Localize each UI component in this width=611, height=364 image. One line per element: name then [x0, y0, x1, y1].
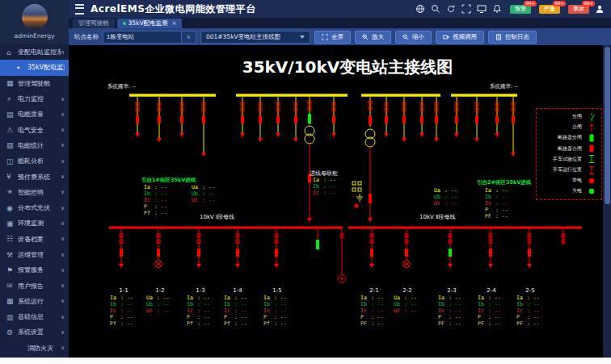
main-diagram-area: 35kV/10kV变电站主接线图系统频率: --系统频率: --引自1#街区35…: [69, 45, 603, 358]
chevron-down-icon: ∨: [61, 127, 65, 133]
sidebar-item-电气安全[interactable]: ⚠电气安全∨: [0, 122, 69, 137]
sidebar-item-系统运行[interactable]: ▩系统运行∨: [0, 294, 69, 309]
sidebar-item-label: 分布式光伏: [18, 203, 61, 212]
sidebar-item-能耗分析[interactable]: ◫能耗分析∨: [0, 153, 69, 169]
zoom-out-icon: [402, 34, 409, 40]
scrollbar-thumb[interactable]: [605, 47, 610, 204]
site-name-label: 站点名称: [74, 33, 99, 41]
feeder-block-2-1: 2-1Ia: --Ib: --Ic: --P: --PF: --: [360, 287, 388, 327]
maintenance-icon: ⚒: [6, 251, 18, 259]
search-icon[interactable]: [431, 4, 440, 14]
measurement-label: P: [478, 314, 488, 320]
tab-管理驾驶舱[interactable]: 管理驾驶舱: [73, 19, 115, 28]
feeder-name: 1-3: [187, 287, 214, 294]
sidebar-nav: ⌂变配电站监控系统∧•35kV配电监测▦管理驾驶舱⚡电力监控∨▤电能质量∨⚠电气…: [0, 44, 69, 356]
legend-label: 断路器合闸: [540, 145, 585, 153]
sidebar-item-环境监测[interactable]: ▣环境监测∨: [0, 215, 69, 231]
site-search-input[interactable]: [103, 31, 181, 43]
bustie-current-block: Ia: --Ib: --Ic: --: [313, 177, 336, 196]
avatar[interactable]: [22, 4, 48, 30]
measurement-value: --: [533, 308, 540, 314]
menu-icon[interactable]: [75, 4, 84, 15]
chevron-down-icon: ∨: [61, 96, 65, 103]
measurement-row: Ic: --: [360, 308, 388, 314]
measurement-value: --: [280, 308, 287, 314]
measurement-label: Pf: [144, 210, 154, 216]
measurement-value: --: [455, 320, 461, 327]
legend-row: 合闸: [540, 122, 598, 132]
toolbar: 站点名称 001#35kV变电站主接线图 全屏放大缩小视频调用控制日志: [69, 28, 611, 45]
legend-row: 失电: [540, 186, 598, 196]
handcart-run-symbol: [585, 165, 598, 175]
measurement-row: Ia: --: [485, 187, 508, 194]
measurement-value: --: [127, 301, 133, 308]
monitor-icon[interactable]: [477, 4, 487, 14]
sidebar-item-智能照明[interactable]: ☀智能照明∨: [0, 185, 69, 200]
globe-icon[interactable]: [415, 4, 425, 14]
measurement-value: --: [204, 320, 210, 327]
measurement-value: --: [127, 308, 133, 314]
chevron-down-icon: ∨: [61, 267, 65, 274]
放大-button[interactable]: 放大: [355, 31, 391, 44]
sidebar-item-基础信息[interactable]: ▥基础信息∨: [0, 309, 69, 324]
sidebar-item-运维管理[interactable]: ⚒运维管理∨: [0, 247, 69, 262]
measurement-label: Ub: [146, 301, 157, 308]
chevron-down-icon: ∨: [61, 298, 65, 304]
measurement-row: PF: --: [516, 320, 544, 327]
sidebar-item-系统设置[interactable]: ⚙系统设置∨: [0, 324, 69, 340]
measurement-label: Ib: [144, 190, 154, 197]
tab-close-icon[interactable]: ×: [172, 20, 177, 27]
缩小-button[interactable]: 缩小: [395, 31, 432, 44]
视频调用-button[interactable]: 视频调用: [436, 31, 484, 44]
sidebar-item-预付费系统[interactable]: ¥预付费系统∨: [0, 169, 69, 184]
sidebar-item-用户报告[interactable]: ✉用户报告∨: [0, 278, 69, 293]
sidebar-item-变配电站监控系统[interactable]: ⌂变配电站监控系统∧: [0, 44, 69, 60]
tab-35kV配电监测[interactable]: 35kV配电监测×: [117, 19, 183, 28]
measurement-label: Ic: [478, 308, 488, 314]
sidebar-item-分布式光伏[interactable]: ◉分布式光伏∨: [0, 200, 69, 215]
measurement-row: Ia: --: [360, 295, 388, 301]
measurement-label: Ua: [394, 295, 404, 301]
diagram-select[interactable]: 001#35kV变电站主接线图: [200, 31, 310, 44]
refresh-icon[interactable]: [446, 4, 456, 14]
sidebar-item-电能统计[interactable]: ▧电能统计∨: [0, 138, 69, 153]
measurement-row: Ia: --: [110, 295, 137, 301]
sidebar-item-35kV配电监测[interactable]: •35kV配电监测: [0, 60, 69, 75]
measurement-row: P: --: [516, 314, 544, 320]
measurement-value: --: [280, 314, 287, 320]
feeder-name: 1-1: [110, 287, 137, 294]
控制日志-button[interactable]: 控制日志: [488, 31, 537, 44]
measurement-row: Pf: --: [144, 210, 167, 216]
measurement-value: --: [502, 194, 508, 200]
alarm-badge[interactable]: 严重99+: [539, 5, 560, 14]
sidebar-item-label: 管理驾驶舱: [18, 79, 65, 88]
measurement-label: Ua: [434, 187, 445, 194]
sidebar-item-报警服务[interactable]: ⚑报警服务∨: [0, 262, 69, 278]
measurement-label: P: [263, 314, 274, 320]
measurement-row: P: --: [478, 314, 505, 320]
measurement-label: Ib: [313, 183, 323, 190]
sidebar-item-label: 系统设置: [18, 328, 61, 337]
fullscreen-icon[interactable]: [461, 4, 471, 14]
user-icon[interactable]: [595, 4, 605, 14]
sidebar-item-电能质量[interactable]: ▤电能质量∨: [0, 107, 69, 122]
sidebar-item-设备档案[interactable]: ☷设备档案∨: [0, 232, 69, 247]
measurement-row: Ua: --: [434, 187, 457, 194]
user-box[interactable]: adminEnergy: [0, 0, 69, 44]
sidebar-item-电力监控[interactable]: ⚡电力监控∨: [0, 91, 69, 107]
measurement-value: --: [377, 314, 384, 320]
measurement-value: --: [127, 320, 133, 327]
live-symbol: [585, 176, 598, 186]
alarm-icon[interactable]: [492, 4, 502, 14]
sidebar-item-消防火灾[interactable]: 消防火灾∨: [0, 341, 69, 356]
sidebar-item-管理驾驶舱[interactable]: ▦管理驾驶舱: [0, 76, 69, 91]
scrollbar[interactable]: [603, 45, 611, 358]
measurement-value: --: [502, 207, 508, 213]
chevron-down-icon: ∨: [61, 158, 65, 165]
search-button[interactable]: [181, 31, 196, 43]
alarm-badge[interactable]: 预警99+: [510, 5, 531, 14]
全屏-button[interactable]: 全屏: [314, 31, 351, 44]
alarm-badge[interactable]: 事故99+: [568, 5, 589, 14]
chevron-down-icon: ∨: [61, 174, 65, 180]
tab-status-dot: [123, 22, 126, 25]
